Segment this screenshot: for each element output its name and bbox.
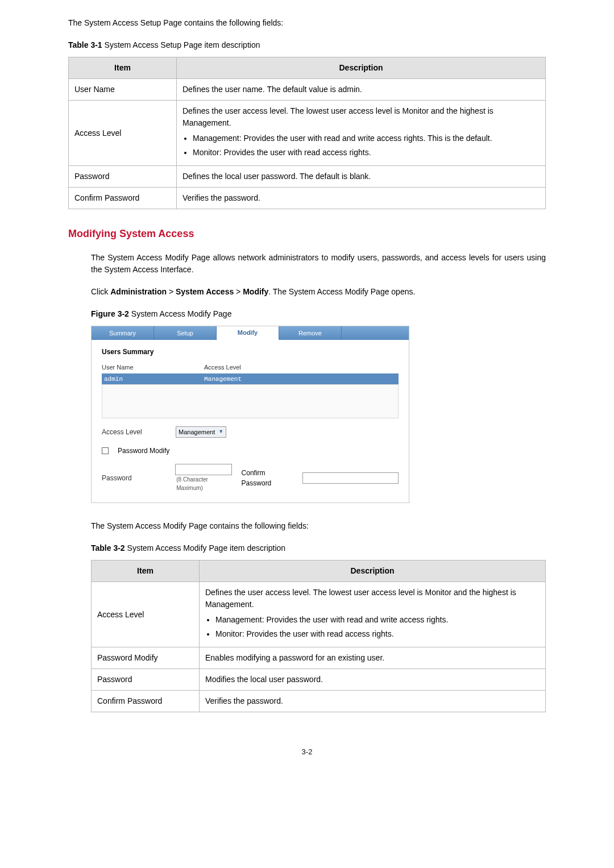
click-instruction: Click Administration > System Access > M… xyxy=(91,286,546,298)
bullet-item: Management: Provides the user with read … xyxy=(193,132,540,144)
nav-admin: Administration xyxy=(110,287,167,296)
users-table: User Name Access Level admin Management xyxy=(102,362,399,418)
users-row-username: admin xyxy=(104,375,204,384)
table1-caption-num: Table 3-1 xyxy=(68,40,102,49)
nav-system-access: System Access xyxy=(176,287,234,296)
bullet-item: Monitor: Provides the user with read acc… xyxy=(193,147,540,159)
table-cell-desc: Defines the user access level. The lowes… xyxy=(177,101,546,166)
tab-setup[interactable]: Setup xyxy=(154,326,217,340)
table-cell-desc: Defines the local user password. The def… xyxy=(177,166,546,188)
table-row: Access Level xyxy=(92,582,200,647)
tab-fill xyxy=(342,326,409,340)
confirm-password-input[interactable] xyxy=(302,472,399,484)
table-1: Item Description User Name Defines the u… xyxy=(68,57,546,209)
desc-paragraph: Defines the user access level. The lowes… xyxy=(205,587,540,610)
tabs-bar: Summary Setup Modify Remove xyxy=(92,326,409,340)
tab-modify[interactable]: Modify xyxy=(217,326,279,340)
password-maxchar-note: (8 Character Maximum) xyxy=(176,475,235,492)
bullet-item: Management: Provides the user with read … xyxy=(215,614,540,626)
figure-screenshot: Summary Setup Modify Remove Users Summar… xyxy=(91,326,409,503)
table-cell-desc: Defines the user name. The default value… xyxy=(177,79,546,101)
access-level-select-value: Management xyxy=(179,427,215,437)
password-input[interactable] xyxy=(175,464,232,475)
table-cell-desc: Modifies the local user password. xyxy=(200,669,546,691)
table1-header-item: Item xyxy=(69,57,177,79)
page-number: 3-2 xyxy=(68,746,546,758)
table1-caption: Table 3-1 System Access Setup Page item … xyxy=(68,39,546,51)
bullet-item: Monitor: Provides the user with read acc… xyxy=(215,628,540,640)
table-cell-desc: Verifies the password. xyxy=(177,188,546,209)
table-row: Password Modify xyxy=(92,647,200,669)
users-row-level: Management xyxy=(204,375,242,384)
users-summary-heading: Users Summary xyxy=(102,347,399,357)
table2-header-item: Item xyxy=(92,560,200,582)
table1-caption-text: System Access Setup Page item descriptio… xyxy=(102,40,260,49)
intro-text-2: The System Access Modify Page contains t… xyxy=(91,520,546,532)
users-table-body[interactable] xyxy=(102,384,399,418)
table2-header-desc: Description xyxy=(200,560,546,582)
click-suffix: . The System Access Modify Page opens. xyxy=(268,287,415,296)
table-2: Item Description Access Level Defines th… xyxy=(91,560,546,712)
section-heading: Modifying System Access xyxy=(68,226,546,242)
password-modify-checkbox[interactable] xyxy=(102,447,109,454)
section-para-1: The System Access Modify Page allows net… xyxy=(91,252,546,276)
figure-caption: Figure 3-2 System Access Modify Page xyxy=(91,308,546,320)
table-row: Confirm Password xyxy=(92,691,200,712)
table2-caption-text: System Access Modify Page item descripti… xyxy=(125,543,285,553)
table-cell-desc: Enables modifying a password for an exis… xyxy=(200,647,546,669)
figure-caption-num: Figure 3-2 xyxy=(91,309,129,318)
tab-summary[interactable]: Summary xyxy=(92,326,154,340)
nav-sep: > xyxy=(234,287,243,296)
table2-caption-num: Table 3-2 xyxy=(91,543,125,553)
table-cell-desc: Defines the user access level. The lowes… xyxy=(200,582,546,647)
label-password: Password xyxy=(102,473,169,483)
desc-paragraph: Defines the user access level. The lowes… xyxy=(182,105,540,129)
table-row: Password xyxy=(92,669,200,691)
users-col-accesslevel: Access Level xyxy=(204,363,241,372)
figure-caption-text: System Access Modify Page xyxy=(129,309,232,318)
chevron-down-icon: ▼ xyxy=(218,428,223,436)
table-row: Access Level xyxy=(69,101,177,166)
label-password-modify: Password Modify xyxy=(118,446,169,456)
label-access-level: Access Level xyxy=(102,427,170,437)
tab-remove[interactable]: Remove xyxy=(279,326,342,340)
users-col-username: User Name xyxy=(102,363,204,372)
intro-text-1: The System Access Setup Page contains th… xyxy=(68,17,546,29)
table2-caption: Table 3-2 System Access Modify Page item… xyxy=(91,542,546,554)
table-cell-desc: Verifies the password. xyxy=(200,691,546,712)
table-row: Password xyxy=(69,166,177,188)
nav-modify: Modify xyxy=(243,287,268,296)
users-row-selected[interactable]: admin Management xyxy=(102,373,399,385)
table1-header-desc: Description xyxy=(177,57,546,79)
nav-sep: > xyxy=(167,287,176,296)
table-row: User Name xyxy=(69,79,177,101)
label-confirm-password: Confirm Password xyxy=(242,468,297,488)
access-level-select[interactable]: Management ▼ xyxy=(176,426,226,438)
table-row: Confirm Password xyxy=(69,188,177,209)
click-prefix: Click xyxy=(91,287,110,296)
